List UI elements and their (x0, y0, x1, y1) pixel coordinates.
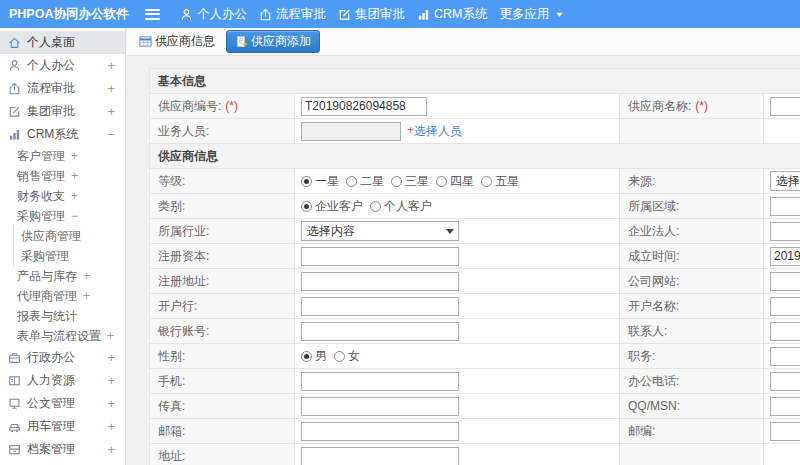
founded-date-field-cell (764, 244, 800, 269)
sidebar-item-18[interactable]: 用车管理+ (0, 415, 125, 438)
website-input[interactable] (770, 272, 800, 291)
mobile-label-cell: 手机: (150, 369, 295, 394)
sidebar-item-10[interactable]: 采购管理 (0, 246, 125, 266)
level-field-cell: 一星二星三星四星五星 (295, 169, 620, 194)
registered-capital-input[interactable] (301, 247, 459, 266)
registered-address-input[interactable] (301, 272, 459, 291)
sidebar-item-8[interactable]: 采购管理− (0, 206, 125, 226)
expand-toggle[interactable]: − (107, 127, 125, 142)
supplier-name-label-cell: 供应商名称:(*) (620, 94, 764, 119)
staff-label-cell: 业务人员: (150, 119, 295, 144)
expand-toggle[interactable]: + (107, 104, 125, 119)
email-input[interactable] (301, 422, 459, 441)
level-radio-4[interactable]: 五星 (481, 173, 519, 190)
expand-toggle[interactable]: + (83, 269, 90, 283)
sidebar-item-11[interactable]: 产品与库存+ (0, 266, 125, 286)
form-row: 邮箱:邮编: (150, 419, 800, 444)
sidebar-item-4[interactable]: CRM系统− (0, 123, 125, 146)
sidebar-item-2[interactable]: 流程审批+ (0, 77, 125, 100)
sidebar-item-15[interactable]: 行政办公+ (0, 346, 125, 369)
expand-toggle[interactable]: + (107, 373, 125, 388)
sidebar-item-5[interactable]: 客户管理+ (0, 146, 125, 166)
sidebar-item-14[interactable]: 表单与流程设置+ (0, 326, 125, 346)
contact-input[interactable] (770, 322, 800, 341)
expand-toggle[interactable]: + (107, 419, 125, 434)
expand-toggle[interactable]: + (71, 149, 78, 163)
expand-toggle[interactable]: + (107, 396, 125, 411)
bank-input[interactable] (301, 297, 459, 316)
source-label-cell: 来源: (620, 169, 764, 194)
sidebar-item-17[interactable]: 公文管理+ (0, 392, 125, 415)
source-select[interactable]: 选择内容 (770, 171, 800, 191)
tab-1-active[interactable]: 供应商添加 (226, 30, 320, 53)
expand-toggle[interactable]: + (107, 442, 125, 457)
mobile-input[interactable] (301, 372, 459, 391)
topbar-item-3[interactable]: CRM系统 (411, 0, 493, 28)
staff-input[interactable] (301, 122, 401, 141)
sidebar-item-19[interactable]: 档案管理+ (0, 438, 125, 461)
founded-date-input[interactable] (770, 247, 800, 266)
gender-radio-1[interactable]: 女 (334, 348, 360, 365)
industry-field-cell: 选择内容 (295, 219, 620, 244)
level-radio-3[interactable]: 四星 (436, 173, 474, 190)
briefcase-icon (8, 351, 21, 364)
expand-toggle[interactable]: + (83, 289, 90, 303)
sidebar-item-0[interactable]: 个人桌面 (0, 31, 125, 54)
level-radio-0[interactable]: 一星 (301, 173, 339, 190)
sidebar-item-1[interactable]: 个人办公+ (0, 54, 125, 77)
legal-person-input[interactable] (770, 222, 800, 241)
sidebar-item-7[interactable]: 财务收支+ (0, 186, 125, 206)
radio-icon (436, 176, 447, 187)
section-title: 供应商信息 (150, 144, 800, 169)
office-phone-field-cell (764, 369, 800, 394)
tab-0[interactable]: 供应商信息 (134, 31, 220, 52)
bank-field-cell (295, 294, 620, 319)
account-name-input[interactable] (770, 297, 800, 316)
supplier-name-field-cell (764, 94, 800, 119)
expand-toggle[interactable]: + (71, 189, 78, 203)
topbar-item-0[interactable]: 个人办公 (174, 0, 253, 28)
topbar-menu: 个人办公流程审批集团审批CRM系统更多应用 (174, 0, 572, 28)
staff-picker-link[interactable]: 选择人员 (414, 123, 462, 137)
hamburger-menu-icon[interactable] (145, 9, 160, 20)
sidebar-item-12[interactable]: 代理商管理+ (0, 286, 125, 306)
industry-select[interactable]: 选择内容 (301, 221, 459, 241)
sidebar-item-16[interactable]: 人力资源+ (0, 369, 125, 392)
expand-toggle[interactable]: + (107, 350, 125, 365)
sidebar-item-9[interactable]: 供应商管理 (0, 226, 125, 246)
expand-toggle[interactable]: − (71, 209, 78, 223)
office-phone-input[interactable] (770, 372, 800, 391)
select-value: 选择内容 (776, 173, 800, 190)
bank-account-input[interactable] (301, 322, 459, 341)
topbar-item-1[interactable]: 流程审批 (253, 0, 332, 28)
registered-capital-field-cell (295, 244, 620, 269)
form-row: 传真:QQ/MSN: (150, 394, 800, 419)
qq-msn-input[interactable] (770, 397, 800, 416)
zipcode-input[interactable] (770, 422, 800, 441)
expand-toggle[interactable]: + (107, 329, 114, 343)
topbar-item-2[interactable]: 集团审批 (332, 0, 411, 28)
supplier-name-input[interactable] (770, 97, 800, 116)
sidebar-item-13[interactable]: 报表与统计 (0, 306, 125, 326)
sidebar-item-6[interactable]: 销售管理+ (0, 166, 125, 186)
fax-input[interactable] (301, 397, 459, 416)
job-title-input[interactable] (770, 347, 800, 366)
supplier-code-input[interactable] (301, 97, 427, 116)
field-label: 所属区域: (628, 199, 679, 213)
sidebar: 个人桌面个人办公+流程审批+集团审批+CRM系统−客户管理+销售管理+财务收支+… (0, 28, 126, 465)
gender-radio-0[interactable]: 男 (301, 348, 327, 365)
sidebar-item-label: 报表与统计 (17, 308, 77, 325)
expand-toggle[interactable]: + (71, 169, 78, 183)
category-radio-0[interactable]: 企业客户 (301, 198, 363, 215)
category-radio-1[interactable]: 个人客户 (370, 198, 432, 215)
level-radio-1[interactable]: 二星 (346, 173, 384, 190)
sidebar-item-label: 客户管理 (17, 148, 65, 165)
expand-toggle[interactable]: + (107, 81, 125, 96)
topbar-item-4[interactable]: 更多应用 (493, 0, 572, 28)
address-input[interactable] (301, 447, 459, 465)
region-input[interactable] (770, 197, 800, 216)
expand-toggle[interactable]: + (107, 58, 125, 73)
level-radio-2[interactable]: 三星 (391, 173, 429, 190)
sidebar-item-3[interactable]: 集团审批+ (0, 100, 125, 123)
radio-label: 一星 (315, 173, 339, 190)
